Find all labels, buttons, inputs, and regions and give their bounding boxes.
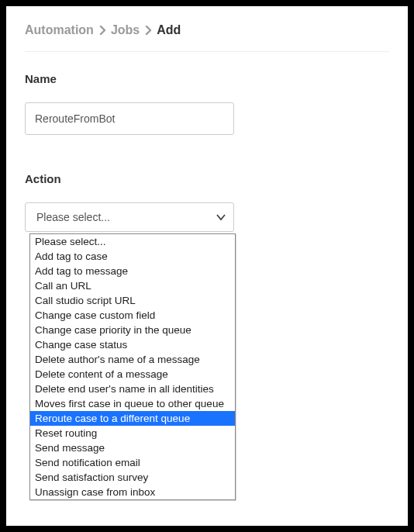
action-option[interactable]: Send satisfaction survey xyxy=(30,470,235,485)
name-input[interactable] xyxy=(25,102,234,135)
chevron-right-icon xyxy=(98,26,106,35)
action-option[interactable]: Delete author's name of a message xyxy=(30,352,235,367)
breadcrumb-item-automation[interactable]: Automation xyxy=(25,23,94,37)
action-option[interactable]: Change case priority in the queue xyxy=(30,323,235,337)
action-label: Action xyxy=(25,172,389,185)
chevron-right-icon xyxy=(144,26,152,35)
action-option[interactable]: Reroute case to a different queue xyxy=(30,411,235,426)
page-frame: Automation Jobs Add Name Action Please s… xyxy=(6,6,408,526)
action-option[interactable]: Please select... xyxy=(30,234,235,249)
action-select-value: Please select... xyxy=(36,211,110,223)
breadcrumb: Automation Jobs Add xyxy=(25,23,389,37)
action-option[interactable]: Change case status xyxy=(30,337,235,352)
breadcrumb-item-jobs[interactable]: Jobs xyxy=(111,23,140,37)
action-option[interactable]: Send notification email xyxy=(30,455,235,470)
action-option[interactable]: Call an URL xyxy=(30,278,235,293)
action-option[interactable]: Reset routing xyxy=(30,426,235,440)
action-option[interactable]: Add tag to message xyxy=(30,264,235,278)
divider xyxy=(25,51,389,52)
action-option[interactable]: Change case custom field xyxy=(30,308,235,323)
name-label: Name xyxy=(25,72,389,85)
action-option[interactable]: Delete content of a message xyxy=(30,367,235,382)
action-option[interactable]: Unassign case from inbox xyxy=(30,485,235,499)
action-option[interactable]: Send message xyxy=(30,440,235,455)
action-dropdown[interactable]: Please select...Add tag to caseAdd tag t… xyxy=(29,233,236,500)
action-option[interactable]: Call studio script URL xyxy=(30,293,235,308)
action-option[interactable]: Add tag to case xyxy=(30,249,235,264)
chevron-down-icon xyxy=(216,211,226,223)
action-select[interactable]: Please select... xyxy=(25,202,234,232)
action-option[interactable]: Moves first case in queue to other queue xyxy=(30,396,235,411)
action-option[interactable]: Delete end user's name in all identities xyxy=(30,382,235,396)
breadcrumb-item-add: Add xyxy=(157,23,181,37)
